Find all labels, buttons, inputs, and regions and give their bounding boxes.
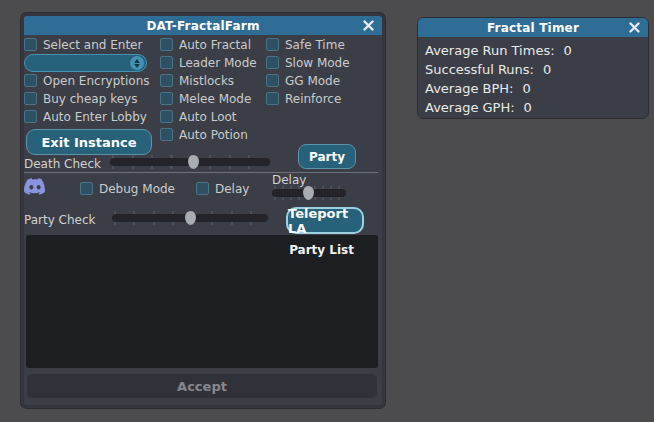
checkbox-label: Mistlocks: [179, 74, 234, 88]
checkbox-label: Delay: [215, 182, 249, 196]
checkbox-mistlocks[interactable]: Mistlocks: [160, 73, 234, 88]
timer-label: Average GPH:: [425, 98, 515, 117]
checkbox-box[interactable]: [80, 182, 93, 195]
accept-button[interactable]: Accept: [26, 373, 378, 399]
dropdown-spinner-icon[interactable]: [130, 56, 144, 70]
checkbox-safe-time[interactable]: Safe Time: [266, 37, 345, 52]
checkbox-box[interactable]: [24, 38, 37, 51]
timer-label: Average Run Times:: [425, 41, 555, 60]
checkbox-reinforce[interactable]: Reinforce: [266, 91, 341, 106]
checkbox-box[interactable]: [24, 92, 37, 105]
checkbox-slow-mode[interactable]: Slow Mode: [266, 55, 350, 70]
main-window: DAT-FractalFarm Select and Enter Open En…: [21, 13, 385, 408]
checkbox-box[interactable]: [266, 56, 279, 69]
checkbox-box[interactable]: [266, 92, 279, 105]
checkbox-label: Melee Mode: [179, 92, 251, 106]
fractal-timer-window: Fractal Timer Average Run Times: 0 Succe…: [418, 18, 648, 118]
party-list-label: Party List: [289, 243, 354, 257]
death-check-label: Death Check: [24, 157, 101, 171]
checkbox-box[interactable]: [160, 92, 173, 105]
discord-icon[interactable]: [24, 178, 46, 199]
checkbox-box[interactable]: [266, 74, 279, 87]
checkbox-label: Select and Enter: [43, 38, 142, 52]
checkbox-label: Safe Time: [285, 38, 345, 52]
teleport-la-button[interactable]: Teleport LA: [286, 207, 364, 234]
timer-row-successful-runs: Successful Runs: 0: [425, 60, 641, 79]
checkbox-box[interactable]: [160, 56, 173, 69]
party-check-label: Party Check: [24, 213, 96, 227]
timer-window-body: Average Run Times: 0 Successful Runs: 0 …: [418, 37, 648, 118]
checkbox-label: Leader Mode: [179, 56, 257, 70]
checkbox-buy-cheap-keys[interactable]: Buy cheap keys: [24, 91, 137, 106]
death-check-slider[interactable]: [110, 154, 270, 170]
checkbox-label: Debug Mode: [99, 182, 175, 196]
party-button[interactable]: Party: [298, 144, 356, 169]
checkbox-gg-mode[interactable]: GG Mode: [266, 73, 340, 88]
checkbox-open-encryptions[interactable]: Open Encryptions: [24, 73, 150, 88]
checkbox-leader-mode[interactable]: Leader Mode: [160, 55, 257, 70]
timer-row-average-bph: Average BPH: 0: [425, 79, 641, 98]
main-window-body: Select and Enter Open Encryptions Buy ch…: [24, 35, 382, 405]
checkbox-label: Buy cheap keys: [43, 92, 137, 106]
arrow-up-icon: [134, 59, 140, 63]
timer-titlebar[interactable]: Fractal Timer: [418, 18, 648, 37]
checkbox-select-and-enter[interactable]: Select and Enter: [24, 37, 142, 52]
checkbox-debug-mode[interactable]: Debug Mode: [80, 181, 175, 196]
checkbox-box[interactable]: [24, 74, 37, 87]
checkbox-label: Auto Fractal: [179, 38, 251, 52]
main-window-title: DAT-FractalFarm: [146, 19, 259, 33]
timer-row-average-gph: Average GPH: 0: [425, 98, 641, 117]
arrow-down-icon: [134, 64, 140, 68]
checkbox-label: Auto Loot: [179, 110, 237, 124]
checkbox-auto-loot[interactable]: Auto Loot: [160, 109, 237, 124]
checkbox-auto-enter-lobby[interactable]: Auto Enter Lobby: [24, 109, 147, 124]
delay-slider[interactable]: [272, 185, 346, 201]
timer-row-average-run-times: Average Run Times: 0: [425, 41, 641, 60]
checkbox-label: Reinforce: [285, 92, 341, 106]
checkbox-box[interactable]: [266, 38, 279, 51]
checkbox-box[interactable]: [160, 38, 173, 51]
main-titlebar[interactable]: DAT-FractalFarm: [24, 16, 382, 35]
checkbox-auto-potion[interactable]: Auto Potion: [160, 127, 248, 142]
section-divider: [24, 172, 378, 173]
checkbox-label: Auto Potion: [179, 128, 248, 142]
timer-value: 0: [543, 60, 551, 79]
timer-label: Successful Runs:: [425, 60, 534, 79]
close-icon[interactable]: [627, 20, 642, 35]
checkbox-label: GG Mode: [285, 74, 340, 88]
timer-value: 0: [564, 41, 572, 60]
checkbox-auto-fractal[interactable]: Auto Fractal: [160, 37, 251, 52]
discord-logo-glyph: [24, 178, 46, 195]
party-check-slider[interactable]: [112, 210, 268, 226]
timer-value: 0: [524, 98, 532, 117]
timer-window-title: Fractal Timer: [487, 21, 579, 35]
checkbox-delay[interactable]: Delay: [196, 181, 249, 196]
checkbox-melee-mode[interactable]: Melee Mode: [160, 91, 251, 106]
checkbox-label: Open Encryptions: [43, 74, 150, 88]
exit-instance-button[interactable]: Exit Instance: [26, 129, 152, 155]
close-icon[interactable]: [361, 18, 376, 33]
checkbox-box[interactable]: [160, 128, 173, 141]
checkbox-label: Slow Mode: [285, 56, 350, 70]
checkbox-label: Auto Enter Lobby: [43, 110, 147, 124]
close-x-glyph: [629, 22, 640, 33]
checkbox-box[interactable]: [24, 110, 37, 123]
timer-value: 0: [522, 79, 530, 98]
checkbox-box[interactable]: [160, 110, 173, 123]
fractal-select-dropdown[interactable]: [24, 54, 147, 72]
checkbox-box[interactable]: [160, 74, 173, 87]
timer-label: Average BPH:: [425, 79, 513, 98]
checkbox-box[interactable]: [196, 182, 209, 195]
close-x-glyph: [363, 20, 374, 31]
party-list-box[interactable]: Party List: [26, 235, 378, 368]
